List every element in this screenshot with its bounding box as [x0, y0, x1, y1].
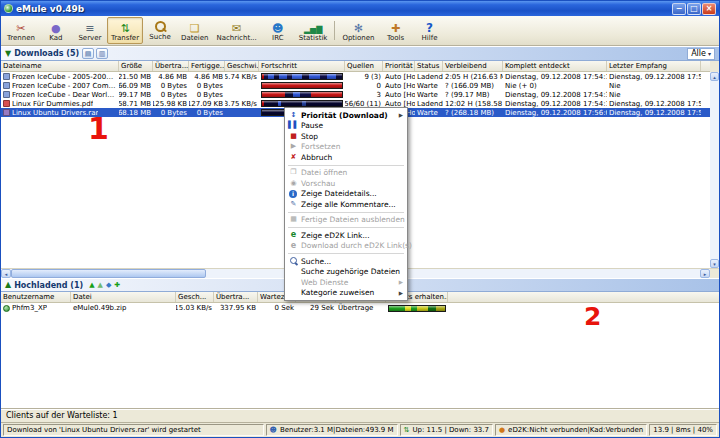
- cell-uebertragen: 4.86 MB: [153, 72, 189, 81]
- download-arrow-icon: ▼: [5, 50, 11, 58]
- emule-window: eMule v0.49b −□× ✂Trennen●Kad≡Server⇅Tra…: [0, 0, 720, 438]
- menu-item-label: Fortsetzen: [301, 142, 340, 151]
- toolbar-button-hilfe[interactable]: ?Hilfe: [413, 17, 447, 44]
- column-header-komplett[interactable]: Komplett entdeckt: [503, 61, 607, 71]
- column-header-prioritaet[interactable]: Priorität: [383, 61, 415, 71]
- maximize-button[interactable]: □: [687, 3, 701, 15]
- queue-status-label: Clients auf der Warteliste: 1: [6, 411, 118, 420]
- toolbar-button-label: Nachricht...: [216, 34, 256, 42]
- toolbar-button-statistik[interactable]: ▂▅▇Statistik: [295, 17, 332, 44]
- scroll-down-button[interactable]: ▾: [710, 259, 719, 268]
- submenu-arrow-icon: ▶: [399, 112, 403, 118]
- column-header-letzter[interactable]: Letzter Empfang: [607, 61, 701, 71]
- column-header-geschwindigkeit[interactable]: Geschwi...: [225, 61, 259, 71]
- view-button-2[interactable]: ▥: [96, 48, 108, 59]
- cell-fortschritt: [259, 72, 345, 81]
- upload-add-icon[interactable]: ✚: [114, 281, 120, 289]
- menu-item-zeige-ed2k[interactable]: eZeige eD2K Link...: [285, 230, 407, 241]
- menu-item-stop[interactable]: ■Stop: [285, 131, 407, 142]
- menu-item-suche[interactable]: Suche...: [285, 256, 407, 267]
- menu-item-kommentare[interactable]: ✎Zeige alle Kommentare...: [285, 199, 407, 210]
- menu-item-abbruch[interactable]: ✘Abbruch: [285, 152, 407, 163]
- cell-groesse: 268.18 MB: [119, 108, 153, 117]
- vertical-scrollbar-track[interactable]: [710, 81, 719, 259]
- toolbar-button-transfer[interactable]: ⇅Transfer: [107, 17, 143, 44]
- filter-label: Alle: [691, 49, 706, 58]
- column-header-fortschritt[interactable]: Fortschritt: [259, 61, 345, 71]
- submenu-arrow-icon: ▶: [399, 290, 403, 296]
- menu-item-pause[interactable]: ▌▌Pause: [285, 121, 407, 132]
- vertical-scrollbar[interactable]: ▴ ▾: [710, 72, 719, 268]
- upload-arrow-icon-2[interactable]: ▲: [98, 281, 103, 289]
- progress-segment: [262, 101, 264, 106]
- horizontal-scrollbar-track[interactable]: [206, 269, 700, 278]
- scroll-up-button[interactable]: ▴: [710, 72, 719, 81]
- download-row[interactable]: Frozen IceCube - 2005-2006 Compilation (…: [1, 72, 710, 81]
- cell-letzter: Dienstag, 09.12.2008 17:56:05: [607, 108, 701, 117]
- scrollbar-thumb[interactable]: [11, 269, 206, 278]
- progress-segment: [281, 101, 302, 106]
- upload-friend-icon[interactable]: ◆: [106, 281, 111, 289]
- menu-item-dateidetails[interactable]: iZeige Dateidetails...: [285, 189, 407, 200]
- column-header-fertiggestellt[interactable]: Fertigge...: [189, 61, 225, 71]
- statusbar: Download von 'Linux Ubuntu Drivers.rar' …: [1, 422, 719, 437]
- menu-item-label: Pause: [301, 121, 323, 130]
- cell-dateiname: Frozen IceCube - 2007 Compilation (2 Dis…: [1, 81, 119, 90]
- menu-item-prioritaet[interactable]: ↕Priorität (Download)▶: [285, 110, 407, 121]
- toolbar-button-kad[interactable]: ●Kad: [39, 17, 73, 44]
- download-row[interactable]: Frozen IceCube - 2007 Compilation (2 Dis…: [1, 81, 710, 90]
- status-panel-speed: ⇅Up: 11.5 | Down: 33.7: [400, 424, 493, 436]
- minimize-button[interactable]: −: [672, 3, 686, 15]
- stop-icon: ■: [288, 133, 299, 140]
- download-row[interactable]: Frozen IceCube - Dear World Radio.rar99.…: [1, 90, 710, 99]
- upload-arrow-icon-1[interactable]: ▲: [89, 281, 94, 289]
- cell-uebertragen: 0 Bytes: [153, 90, 189, 99]
- suche-icon: [288, 257, 299, 266]
- upload-column-header-geschwindigkeit[interactable]: Gesch...: [176, 292, 214, 302]
- upload-column-header-benutzername[interactable]: Benutzername: [1, 292, 71, 302]
- upload-row[interactable]: Phfm3_XPeMule0.49b.zip15.03 KB/s337.95 K…: [1, 303, 719, 313]
- toolbar-button-optionen[interactable]: ✻Optionen: [338, 17, 378, 44]
- cell-status: Übertrage: [336, 303, 386, 313]
- toolbar-button-suche[interactable]: Suche: [143, 17, 177, 44]
- cell-prioritaet: Auto [Hoch]: [383, 81, 415, 90]
- fertige-ausblenden-icon: ▦: [288, 216, 299, 223]
- view-button-1[interactable]: ▤: [82, 48, 94, 59]
- fortsetzen-icon: ▶: [288, 143, 299, 150]
- scroll-left-button[interactable]: ◂: [1, 269, 11, 278]
- close-button[interactable]: ×: [702, 3, 716, 15]
- column-header-groesse[interactable]: Größe: [119, 61, 153, 71]
- toolbar-button-server[interactable]: ≡Server: [73, 17, 107, 44]
- column-header-status[interactable]: Status: [415, 61, 443, 71]
- progress-segment: [336, 74, 342, 79]
- filter-dropdown[interactable]: Alle ▾: [687, 48, 715, 60]
- file-name: Frozen IceCube - 2005-2006 Compilation (…: [12, 73, 117, 81]
- cell-verbleibend: ? (268.18 MB): [443, 108, 503, 117]
- progress-segment: [262, 74, 264, 79]
- column-header-uebertragen[interactable]: Übertra...: [153, 61, 189, 71]
- toolbar-button-label: Tools: [387, 34, 404, 42]
- menu-item-suche-zugehoerige[interactable]: Suche zugehörige Dateien: [285, 267, 407, 278]
- scroll-right-button[interactable]: ▸: [700, 269, 710, 278]
- upload-column-header-datei[interactable]: Datei: [71, 292, 176, 302]
- column-header-dateiname[interactable]: Dateiname: [1, 61, 119, 71]
- upload-column-header-uebertragen[interactable]: Übertra...: [214, 292, 258, 302]
- toolbar-button-trennen[interactable]: ✂Trennen: [3, 17, 39, 44]
- toolbar-button-nachrichten[interactable]: ✉Nachricht...: [212, 17, 260, 44]
- toolbar-button-irc[interactable]: ☻IRC: [261, 17, 295, 44]
- cell-datei: eMule0.49b.zip: [71, 303, 176, 313]
- menu-item-kategorie[interactable]: Kategorie zuweisen▶: [285, 288, 407, 299]
- progress-segment: [405, 306, 412, 311]
- column-header-verbleibend[interactable]: Verbleibend: [443, 61, 503, 71]
- file-name: Linux Ubuntu Drivers.rar: [12, 109, 98, 117]
- annotation-2: 2: [584, 304, 601, 329]
- menu-item-label: Suche zugehörige Dateien: [301, 267, 400, 276]
- nachrichten-icon: ✉: [232, 19, 241, 34]
- cell-prioritaet: Auto [Hoch]: [383, 90, 415, 99]
- toolbar-button-tools[interactable]: ✚Tools: [379, 17, 413, 44]
- file-type-icon: [3, 82, 10, 89]
- column-header-quellen[interactable]: Quellen: [345, 61, 383, 71]
- toolbar-button-dateien[interactable]: ❏Dateien: [177, 17, 212, 44]
- cell-groesse: 158.71 MB: [119, 99, 153, 108]
- toolbar-separator: [334, 21, 335, 40]
